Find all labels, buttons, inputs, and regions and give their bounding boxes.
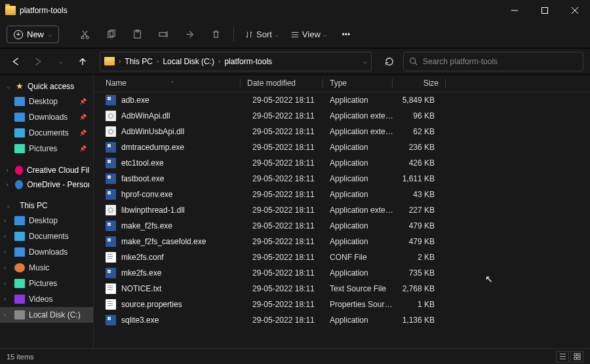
sort-button[interactable]: Sort ⌵ (241, 29, 283, 39)
file-icon (106, 268, 116, 278)
chevron-down-icon: ⌵ (323, 31, 327, 38)
file-size: 426 KB (395, 158, 435, 168)
sidebar-item[interactable]: ›OneDrive - Persona (0, 177, 93, 192)
sidebar-quick-access[interactable]: ⌵ ★ Quick access (0, 79, 93, 94)
file-date: 29-05-2022 18:11 (252, 143, 330, 152)
file-row[interactable]: NOTICE.txt29-05-2022 18:11Text Source Fi… (94, 281, 590, 297)
pin-icon: 📌 (79, 130, 87, 136)
file-row[interactable]: dmtracedump.exe29-05-2022 18:11Applicati… (94, 139, 590, 155)
sidebar: ⌵ ★ Quick access Desktop📌Downloads📌Docum… (0, 75, 94, 348)
paste-icon[interactable] (126, 25, 148, 45)
file-row[interactable]: hprof-conv.exe29-05-2022 18:11Applicatio… (94, 187, 590, 202)
sidebar-item[interactable]: Documents📌 (0, 125, 93, 141)
file-size: 1,611 KB (395, 174, 435, 183)
file-type: Application exten... (330, 127, 395, 136)
recent-dropdown[interactable]: ⌵ (51, 52, 69, 71)
col-date[interactable]: Date modified (247, 79, 323, 88)
copy-icon[interactable] (100, 25, 122, 45)
sidebar-item[interactable]: ›Pictures (0, 276, 93, 291)
file-name: dmtracedump.exe (121, 143, 252, 152)
sidebar-item[interactable]: ›Creative Cloud Files (0, 163, 93, 177)
file-name: NOTICE.txt (121, 284, 252, 293)
up-button[interactable] (73, 52, 92, 71)
maximize-button[interactable] (530, 0, 560, 21)
file-name: source.properties (121, 300, 252, 309)
file-row[interactable]: sqlite3.exe29-05-2022 18:11Application1,… (94, 312, 590, 328)
file-type: Application exten... (330, 111, 395, 120)
column-headers: Name˄ Date modified Type Size (94, 75, 590, 92)
sidebar-item[interactable]: ›Music (0, 260, 93, 276)
new-button[interactable]: + New ⌵ (7, 26, 59, 43)
file-size: 236 KB (395, 143, 435, 152)
file-row[interactable]: AdbWinApi.dll29-05-2022 18:11Application… (94, 108, 590, 124)
chevron-down-icon[interactable]: ⌵ (363, 58, 367, 65)
delete-icon[interactable] (205, 25, 227, 45)
col-name[interactable]: Name˄ (106, 79, 240, 88)
plus-icon: + (14, 30, 23, 39)
file-row[interactable]: make_f2fs_casefold.exe29-05-2022 18:11Ap… (94, 234, 590, 249)
rename-icon[interactable] (152, 25, 174, 45)
file-list: Name˄ Date modified Type Size adb.exe29-… (94, 75, 590, 348)
crumb-disk[interactable]: Local Disk (C:) (161, 57, 216, 66)
item-icon (14, 310, 25, 319)
file-icon (106, 283, 116, 294)
more-icon[interactable]: ••• (335, 25, 357, 45)
titlebar[interactable]: platform-tools (0, 0, 590, 21)
sidebar-item[interactable]: ›Local Disk (C:) (0, 307, 93, 323)
file-date: 29-05-2022 18:11 (252, 237, 330, 246)
col-size[interactable]: Size (399, 79, 439, 88)
svg-point-4 (81, 36, 83, 39)
forward-button[interactable] (29, 52, 47, 71)
sidebar-item[interactable]: ›Videos (0, 291, 93, 307)
file-type: Application (330, 174, 395, 183)
back-button[interactable] (7, 52, 25, 71)
sidebar-this-pc[interactable]: ⌵ This PC (0, 198, 93, 213)
file-row[interactable]: libwinpthread-1.dll29-05-2022 18:11Appli… (94, 202, 590, 218)
view-button[interactable]: View ⌵ (286, 29, 331, 39)
star-icon: ★ (16, 81, 24, 91)
item-icon (14, 113, 25, 122)
crumb-folder[interactable]: platform-tools (223, 57, 273, 66)
file-size: 43 KB (395, 190, 435, 199)
sidebar-item[interactable]: ›Downloads (0, 244, 93, 260)
crumb-thispc[interactable]: This PC (123, 57, 154, 66)
chevron-right-icon: › (4, 181, 11, 188)
file-type: CONF File (330, 253, 395, 262)
search-input[interactable]: Search platform-tools (403, 52, 583, 71)
file-row[interactable]: mke2fs.exe29-05-2022 18:11Application735… (94, 265, 590, 281)
file-date: 29-05-2022 18:11 (252, 253, 330, 262)
cut-icon[interactable] (73, 25, 96, 45)
share-icon[interactable] (178, 25, 201, 45)
navbar: ⌵ › This PC › Local Disk (C:) › platform… (0, 48, 590, 75)
sidebar-item[interactable]: ›Documents (0, 228, 93, 244)
file-icon (106, 142, 116, 153)
file-size: 735 KB (395, 268, 435, 278)
close-button[interactable] (560, 0, 590, 21)
chevron-right-icon: › (4, 312, 6, 318)
details-view-button[interactable] (556, 351, 569, 363)
sidebar-item[interactable]: Downloads📌 (0, 109, 93, 125)
sidebar-item[interactable]: Desktop📌 (0, 94, 93, 109)
minimize-button[interactable] (500, 0, 530, 21)
file-row[interactable]: make_f2fs.exe29-05-2022 18:11Application… (94, 218, 590, 234)
col-type[interactable]: Type (330, 79, 392, 88)
item-icon (14, 144, 25, 153)
file-row[interactable]: source.properties29-05-2022 18:11Propert… (94, 297, 590, 312)
file-row[interactable]: fastboot.exe29-05-2022 18:11Application1… (94, 171, 590, 187)
file-type: Application (330, 268, 395, 278)
refresh-button[interactable] (380, 52, 399, 71)
file-date: 29-05-2022 18:11 (252, 190, 330, 199)
breadcrumb[interactable]: › This PC › Local Disk (C:) › platform-t… (100, 52, 372, 71)
chevron-down-icon: ⌵ (4, 83, 12, 90)
chevron-down-icon: ⌵ (275, 31, 279, 38)
item-icon (15, 166, 23, 175)
thumbnails-view-button[interactable] (570, 351, 583, 363)
sidebar-item[interactable]: Pictures📌 (0, 141, 93, 156)
file-row[interactable]: mke2fs.conf29-05-2022 18:11CONF File2 KB (94, 249, 590, 265)
file-row[interactable]: adb.exe29-05-2022 18:11Application5,849 … (94, 92, 590, 108)
search-icon (409, 57, 418, 65)
sidebar-item[interactable]: ›Desktop (0, 213, 93, 228)
file-row[interactable]: etc1tool.exe29-05-2022 18:11Application4… (94, 155, 590, 171)
file-row[interactable]: AdbWinUsbApi.dll29-05-2022 18:11Applicat… (94, 124, 590, 139)
file-icon (106, 158, 116, 168)
